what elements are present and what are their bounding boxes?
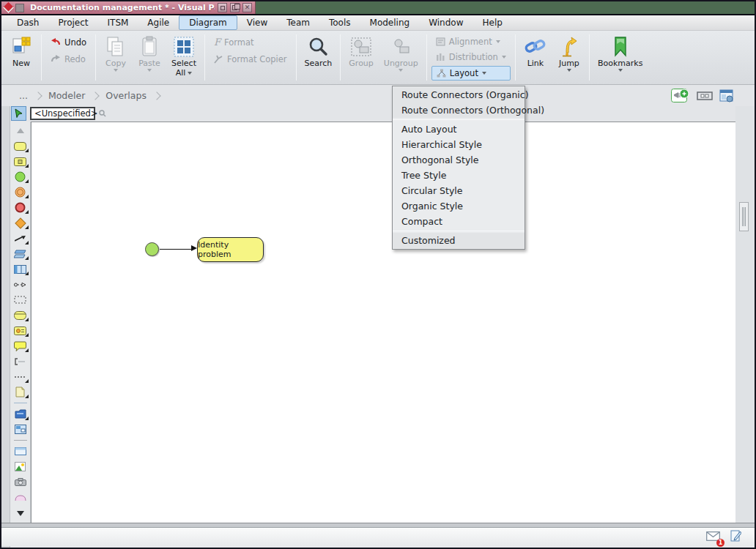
- fit-to-window-icon[interactable]: [697, 90, 713, 102]
- palette-task-icon[interactable]: [12, 138, 29, 154]
- palette-note-icon[interactable]: [12, 384, 29, 400]
- new-diagram-icon: [10, 35, 33, 59]
- menu-item-organic-style[interactable]: Organic Style: [393, 198, 525, 214]
- menu-team[interactable]: Team: [277, 16, 319, 29]
- menu-item-circular-style[interactable]: Circular Style: [393, 183, 525, 198]
- redo-button[interactable]: Redo: [46, 51, 91, 67]
- menu-project[interactable]: Project: [48, 16, 97, 29]
- menu-item-route-connectors-orthogonal[interactable]: Route Connectors (Orthogonal): [393, 102, 525, 118]
- palette-rectangle-icon[interactable]: [12, 444, 29, 459]
- panel-grip-handle[interactable]: [739, 202, 749, 231]
- breadcrumb-modeler[interactable]: Modeler: [42, 88, 91, 103]
- palette-lane-icon[interactable]: [12, 246, 29, 261]
- messages-button[interactable]: 1: [706, 530, 720, 544]
- palette-message-flow-icon[interactable]: [12, 277, 29, 292]
- palette-group-icon[interactable]: [12, 292, 29, 307]
- link-button[interactable]: Link: [519, 32, 552, 83]
- panel-view-icon[interactable]: [719, 89, 734, 102]
- select-all-dropdown-chevron[interactable]: [188, 72, 192, 75]
- palette-oval-icon[interactable]: [12, 490, 29, 505]
- undo-button[interactable]: Undo: [46, 34, 91, 50]
- menu-diagram[interactable]: Diagram: [179, 15, 237, 30]
- copy-button[interactable]: Copy: [99, 32, 133, 83]
- ungroup-dropdown-chevron[interactable]: [399, 69, 403, 72]
- window-menu-icon[interactable]: [15, 4, 24, 12]
- pointer-tool-button[interactable]: [11, 106, 26, 121]
- search-button[interactable]: Search: [300, 32, 338, 83]
- palette-model-folder-icon[interactable]: [12, 406, 29, 422]
- paste-dropdown-chevron[interactable]: [147, 69, 152, 72]
- palette-sub-process-icon[interactable]: [12, 154, 29, 169]
- menu-modeling[interactable]: Modeling: [360, 16, 420, 29]
- distribution-button[interactable]: Distribution: [431, 51, 511, 65]
- menu-item-customized[interactable]: Customized: [393, 233, 525, 248]
- menu-item-orthogonal-style[interactable]: Orthogonal Style: [393, 152, 525, 168]
- palette-diagram-overview-icon[interactable]: [12, 422, 29, 437]
- task-shape[interactable]: Identity problem: [197, 237, 264, 262]
- jump-button[interactable]: Jump: [552, 32, 586, 83]
- palette-text-annotation-icon[interactable]: [12, 354, 29, 369]
- diagram-canvas[interactable]: Identity problem: [31, 122, 738, 526]
- palette-gateway-icon[interactable]: [12, 215, 29, 231]
- menu-item-route-connectors-organic[interactable]: Route Connectors (Organic): [393, 87, 525, 102]
- window-title: Documentation management * - Visual Para…: [27, 3, 215, 12]
- menu-bar: Dash Project ITSM Agile Diagram View Tea…: [1, 15, 755, 31]
- menu-item-auto-layout[interactable]: Auto Layout: [393, 122, 525, 137]
- layout-button[interactable]: Layout: [431, 66, 511, 81]
- edit-log-button[interactable]: [730, 530, 741, 545]
- new-button[interactable]: New: [4, 32, 38, 83]
- copy-dropdown-chevron[interactable]: [114, 69, 118, 72]
- alignment-icon: [436, 37, 445, 46]
- breadcrumb-root[interactable]: ...: [13, 88, 34, 103]
- sequence-flow-connector[interactable]: [160, 249, 192, 250]
- palette-scroll-up[interactable]: [12, 123, 29, 138]
- bookmarks-button[interactable]: Bookmarks: [593, 32, 648, 83]
- ungroup-button[interactable]: Ungroup: [379, 32, 423, 83]
- close-button[interactable]: ✕: [242, 3, 252, 12]
- format-copier-icon: [214, 55, 223, 64]
- menu-dash[interactable]: Dash: [7, 16, 48, 29]
- layout-dropdown-chevron[interactable]: [482, 72, 486, 75]
- alignment-dropdown-chevron[interactable]: [496, 40, 500, 43]
- breadcrumb-overlaps[interactable]: Overlaps: [100, 88, 152, 103]
- shape-type-selector[interactable]: <Unspecified>: [30, 107, 95, 120]
- group-button[interactable]: Group: [344, 32, 379, 83]
- bookmarks-dropdown-chevron[interactable]: [618, 69, 623, 72]
- palette-data-store-icon[interactable]: [12, 307, 29, 323]
- menu-window[interactable]: Window: [419, 16, 472, 29]
- palette-intermediate-event-icon[interactable]: [12, 184, 29, 200]
- restore-button[interactable]: [230, 3, 240, 12]
- start-event-shape[interactable]: [145, 242, 159, 256]
- format-copier-button[interactable]: Format Copier: [210, 51, 292, 67]
- palette-sequence-flow-icon[interactable]: [12, 231, 29, 246]
- palette-data-object-icon[interactable]: [12, 323, 29, 338]
- jump-dropdown-chevron[interactable]: [567, 69, 571, 72]
- palette-callout-icon[interactable]: [12, 338, 29, 354]
- palette-search-icon[interactable]: [99, 110, 106, 117]
- menu-view[interactable]: View: [237, 16, 277, 29]
- menu-help[interactable]: Help: [472, 16, 511, 29]
- diagram-tool-row: <Unspecified>: [1, 106, 755, 122]
- menu-item-tree-style[interactable]: Tree Style: [393, 168, 525, 183]
- palette-start-event-icon[interactable]: [12, 169, 29, 184]
- palette-image-icon[interactable]: [12, 459, 29, 474]
- palette-screenshot-icon[interactable]: [12, 474, 29, 490]
- alignment-button[interactable]: Alignment: [431, 34, 511, 49]
- palette-end-event-icon[interactable]: [12, 200, 29, 215]
- announcement-icon[interactable]: [671, 89, 690, 102]
- palette-scroll-down[interactable]: [12, 506, 29, 521]
- palette-dashed-connector-icon[interactable]: [12, 369, 29, 384]
- menu-item-compact[interactable]: Compact: [393, 214, 525, 229]
- menu-itsm[interactable]: ITSM: [98, 16, 138, 29]
- format-button[interactable]: F Format: [210, 34, 292, 50]
- menu-agile[interactable]: Agile: [138, 16, 179, 29]
- paste-button[interactable]: Paste: [133, 32, 166, 83]
- menu-item-hierarchical-style[interactable]: Hierarchical Style: [393, 137, 525, 152]
- menu-tools[interactable]: Tools: [319, 16, 360, 29]
- minimize-button[interactable]: [218, 3, 227, 12]
- link-icon: [524, 35, 547, 59]
- palette-pool-icon[interactable]: [12, 261, 29, 277]
- distribution-dropdown-chevron[interactable]: [502, 56, 506, 59]
- select-all-button[interactable]: Select All: [166, 32, 201, 83]
- title-bar[interactable]: Documentation management * - Visual Para…: [1, 1, 256, 14]
